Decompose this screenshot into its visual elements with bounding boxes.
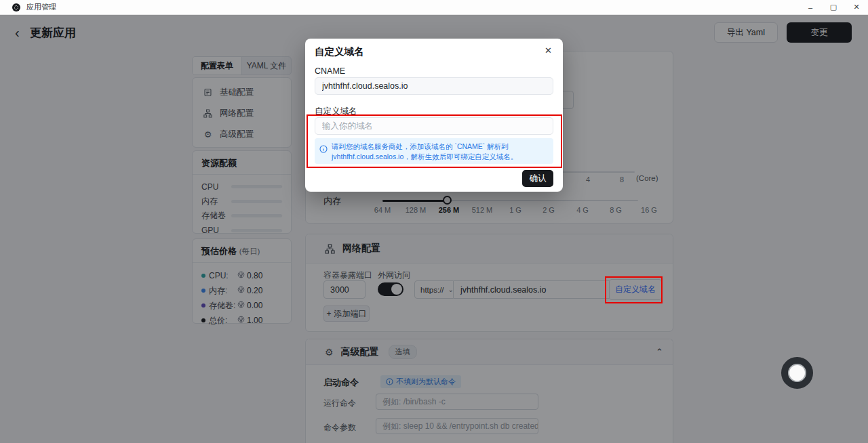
confirm-button[interactable]: 确认	[522, 170, 553, 187]
cname-label: CNAME	[315, 66, 345, 76]
cname-info-alert: 请到您的域名服务商处，添加该域名的 `CNAME` 解析到 jvhthfhf.c…	[315, 138, 553, 164]
app-logo-icon	[12, 3, 20, 12]
window-titlebar: 应用管理 – ▢ ✕	[0, 0, 868, 15]
cname-input[interactable]	[315, 77, 553, 95]
window-controls: – ▢ ✕	[799, 0, 868, 15]
custom-domain-label: 自定义域名	[315, 106, 357, 117]
custom-domain-modal: 自定义域名 ✕ CNAME 自定义域名 请到您的域名服务商处，添加该域名的 `C…	[305, 39, 563, 192]
modal-title: 自定义域名	[315, 45, 364, 58]
floating-record-button[interactable]	[781, 357, 813, 389]
app-window: 应用管理 – ▢ ✕ ‹ 更新应用 导出 Yaml 变更 配置表单 YAML 文…	[0, 0, 868, 443]
info-icon	[319, 145, 328, 164]
close-icon[interactable]: ✕	[542, 44, 555, 57]
close-icon[interactable]: ✕	[845, 0, 868, 15]
minimize-icon[interactable]: –	[799, 0, 822, 15]
custom-domain-input[interactable]	[315, 117, 553, 135]
alert-text: 请到您的域名服务商处，添加该域名的 `CNAME` 解析到 jvhthfhf.c…	[332, 142, 548, 164]
maximize-icon[interactable]: ▢	[822, 0, 845, 15]
floating-record-button-center	[788, 364, 806, 382]
window-title: 应用管理	[26, 2, 56, 12]
